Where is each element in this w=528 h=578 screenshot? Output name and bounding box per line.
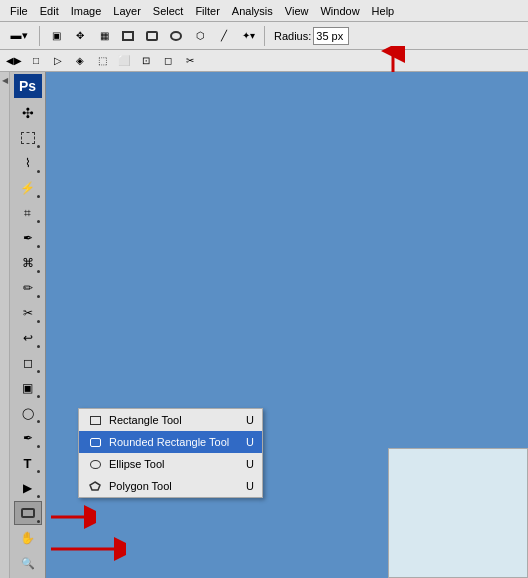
polygon-icon: ⬡ (196, 30, 205, 41)
tool-history[interactable]: ↩ (14, 326, 42, 350)
line-icon: ╱ (221, 30, 227, 41)
options-bar: ▬▾ ▣ ✥ ▦ ⬡ ╱ ✦▾ Radius: (0, 22, 528, 50)
clone-icon: ✂ (23, 306, 33, 320)
menu-window[interactable]: Window (314, 3, 365, 19)
eraser-icon: ◻ (23, 356, 33, 370)
workspace: ◀ Ps ✣ ⌇ ⚡ ⌗ ✒ (0, 72, 528, 578)
fill-pixels-icon: ▦ (100, 30, 109, 41)
context-menu-item-rectangle[interactable]: Rectangle Tool U (79, 409, 262, 431)
pen-icon: ✒ (23, 431, 33, 445)
polygon-svg (89, 481, 101, 491)
menu-view[interactable]: View (279, 3, 315, 19)
dodge-icon: ◯ (22, 407, 34, 420)
tool-move[interactable]: ✣ (14, 101, 42, 125)
tool-dodge[interactable]: ◯ (14, 401, 42, 425)
tb2-btn7[interactable]: ◻ (158, 51, 178, 71)
shape-layer-btn[interactable]: ▣ (45, 25, 67, 47)
history-icon: ↩ (23, 331, 33, 345)
tool-shape[interactable] (14, 501, 42, 525)
menu-bar: File Edit Image Layer Select Filter Anal… (0, 0, 528, 22)
tool-gradient[interactable]: ▣ (14, 376, 42, 400)
tool-wand[interactable]: ⚡ (14, 176, 42, 200)
ellipse-tool-btn[interactable] (165, 25, 187, 47)
tool-crop[interactable]: ⌗ (14, 201, 42, 225)
canvas-area: Rectangle Tool U Rounded Rectangle Tool … (46, 72, 528, 578)
tool-preset-icon: ▬▾ (11, 29, 28, 42)
annotation-arrow-left (46, 534, 126, 564)
crop-icon: ⌗ (24, 206, 31, 220)
spot-heal-icon: ⌘ (22, 256, 34, 270)
tool-path-select[interactable]: ▶ (14, 476, 42, 500)
tool-hand[interactable]: ✋ (14, 526, 42, 550)
tool-lasso[interactable]: ⌇ (14, 151, 42, 175)
tool-marquee[interactable] (14, 126, 42, 150)
ellipse-label: Ellipse Tool (109, 458, 164, 470)
radius-input[interactable] (313, 27, 349, 45)
rounded-rect-icon (146, 31, 158, 41)
context-menu-item-polygon[interactable]: Polygon Tool U (79, 475, 262, 497)
path-icon: ✥ (76, 30, 84, 41)
polygon-tool-btn[interactable]: ⬡ (189, 25, 211, 47)
rectangle-tool-icon (87, 412, 103, 428)
polygon-shortcut: U (246, 480, 254, 492)
tool-pen[interactable]: ✒ (14, 426, 42, 450)
tb2-btn6[interactable]: ⊡ (136, 51, 156, 71)
tb2-btn5[interactable]: ⬜ (114, 51, 134, 71)
lasso-icon: ⌇ (25, 156, 31, 170)
menu-layer[interactable]: Layer (107, 3, 147, 19)
shape-layer-icon: ▣ (52, 30, 61, 41)
tool-spot-heal[interactable]: ⌘ (14, 251, 42, 275)
tb2-btn4[interactable]: ⬚ (92, 51, 112, 71)
collapse-arrows-icon: ◀ (2, 76, 8, 85)
menu-help[interactable]: Help (366, 3, 401, 19)
separator-1 (39, 26, 40, 46)
path-select-icon: ▶ (23, 481, 32, 495)
context-menu: Rectangle Tool U Rounded Rectangle Tool … (78, 408, 263, 498)
rect-tool-btn[interactable] (117, 25, 139, 47)
eyedropper-icon: ✒ (23, 231, 33, 245)
custom-shape-btn[interactable]: ✦▾ (237, 25, 259, 47)
context-menu-item-ellipse[interactable]: Ellipse Tool U (79, 453, 262, 475)
text-icon: T (24, 456, 32, 471)
collapse-btn[interactable]: ◀▶ (4, 51, 24, 71)
tb2-btn8[interactable]: ✂ (180, 51, 200, 71)
move-icon: ✣ (22, 105, 34, 121)
context-menu-item-rounded-rect[interactable]: Rounded Rectangle Tool U (79, 431, 262, 453)
fill-pixels-btn[interactable]: ▦ (93, 25, 115, 47)
tool-eyedropper[interactable]: ✒ (14, 226, 42, 250)
tb2-btn1[interactable]: □ (26, 51, 46, 71)
wand-icon: ⚡ (20, 181, 35, 195)
menu-analysis[interactable]: Analysis (226, 3, 279, 19)
white-canvas (388, 448, 528, 578)
tool-text[interactable]: T (14, 451, 42, 475)
path-btn[interactable]: ✥ (69, 25, 91, 47)
line-tool-btn[interactable]: ╱ (213, 25, 235, 47)
rect-icon (122, 31, 134, 41)
tool-eraser[interactable]: ◻ (14, 351, 42, 375)
menu-edit[interactable]: Edit (34, 3, 65, 19)
annotation-arrow-left-2 (46, 502, 96, 532)
rounded-rect-tool-btn[interactable] (141, 25, 163, 47)
menu-select[interactable]: Select (147, 3, 190, 19)
rounded-rect-menu-icon (87, 434, 103, 450)
rectangle-tool-shortcut: U (246, 414, 254, 426)
separator-2 (264, 26, 265, 46)
rounded-rect-label: Rounded Rectangle Tool (109, 436, 229, 448)
menu-file[interactable]: File (4, 3, 34, 19)
second-toolbar: ◀▶ □ ▷ ◈ ⬚ ⬜ ⊡ ◻ ✂ (0, 50, 528, 72)
polygon-menu-icon (87, 478, 103, 494)
tool-clone[interactable]: ✂ (14, 301, 42, 325)
svg-marker-2 (90, 482, 100, 490)
tool-brush[interactable]: ✏ (14, 276, 42, 300)
gradient-icon: ▣ (22, 381, 33, 395)
zoom-icon: 🔍 (21, 557, 35, 570)
brush-icon: ✏ (23, 281, 33, 295)
menu-filter[interactable]: Filter (189, 3, 225, 19)
tb2-btn2[interactable]: ▷ (48, 51, 68, 71)
tb2-btn3[interactable]: ◈ (70, 51, 90, 71)
collapse-bar[interactable]: ◀ (0, 72, 10, 578)
hand-icon: ✋ (20, 531, 35, 545)
tool-preset-btn[interactable]: ▬▾ (4, 25, 34, 47)
tool-zoom[interactable]: 🔍 (14, 551, 42, 575)
menu-image[interactable]: Image (65, 3, 108, 19)
